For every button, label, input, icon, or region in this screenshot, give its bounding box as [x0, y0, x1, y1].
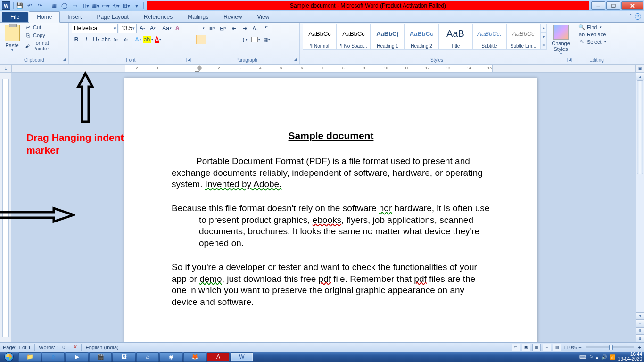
tray-keyboard-icon[interactable]: ⌨ [579, 354, 586, 360]
qat-shapes-icon[interactable]: ◫▾ [80, 1, 90, 10]
file-tab[interactable]: File [2, 12, 28, 22]
replace-button[interactable]: abReplace [577, 31, 616, 38]
tray-volume-icon[interactable]: 🔊 [601, 354, 607, 360]
scroll-thumb[interactable] [637, 80, 643, 174]
grow-font-button[interactable]: A▴ [138, 24, 147, 33]
bold-button[interactable]: B [72, 35, 81, 44]
qat-rotate-icon[interactable]: ⟲▾ [111, 1, 121, 10]
task-app2[interactable]: 🖼 [113, 352, 135, 362]
qat-grid-icon[interactable]: ▦ [49, 1, 58, 10]
status-language[interactable]: English (India) [85, 345, 118, 350]
task-app1[interactable]: 🎬 [89, 352, 112, 362]
task-chrome[interactable]: ◉ [160, 352, 182, 362]
next-page-button[interactable]: ⇊ [636, 335, 644, 342]
font-dialog-launcher[interactable]: ◢ [186, 58, 191, 62]
hanging-indent-marker[interactable] [197, 65, 202, 72]
outline-view[interactable]: ≡ [543, 344, 551, 351]
document-page[interactable]: Sample document Portable Document Format… [124, 78, 537, 342]
help-icon[interactable]: ? [635, 13, 641, 20]
draft-view[interactable]: ▤ [553, 344, 561, 351]
change-case-button[interactable]: Aa [162, 24, 172, 33]
vertical-scrollbar[interactable]: ▴ ▾ ◦ ⇈ ⇊ [636, 73, 644, 342]
bullets-button[interactable]: ≣ [196, 24, 206, 33]
task-media-player[interactable]: ▶ [66, 352, 88, 362]
find-button[interactable]: 🔍Find▾ [577, 24, 616, 31]
ruler-toggle-button[interactable]: ▣ [636, 64, 644, 73]
italic-button[interactable]: I [82, 35, 91, 44]
tray-network-icon[interactable]: 📶 [610, 354, 615, 360]
minimize-button[interactable]: ─ [591, 1, 605, 10]
cut-button[interactable]: ✂Cut [23, 24, 66, 31]
multilevel-list-button[interactable]: ⊟ [218, 24, 228, 33]
full-screen-view[interactable]: ▣ [522, 344, 530, 351]
style-heading2[interactable]: AaBbCcHeading 2 [405, 24, 438, 50]
task-firefox[interactable]: 🦊 [183, 352, 206, 362]
style-heading1[interactable]: AaBbC(Heading 1 [371, 24, 405, 50]
minimize-ribbon-icon[interactable]: ˇ [630, 13, 632, 20]
style-no-spacing[interactable]: AaBbCc¶ No Spaci... [337, 24, 371, 50]
undo-icon[interactable]: ↶ [25, 1, 34, 10]
highlight-button[interactable]: ab [143, 35, 153, 44]
subscript-button[interactable]: x2 [111, 35, 121, 44]
status-page[interactable]: Page: 1 of 1 [3, 345, 31, 350]
shrink-font-button[interactable]: A▾ [148, 24, 157, 33]
scroll-up-button[interactable]: ▴ [636, 73, 644, 80]
paste-button[interactable]: Paste ▾ [3, 24, 21, 52]
qat-more-icon[interactable]: ▾ [132, 1, 141, 10]
underline-button[interactable]: U [91, 35, 101, 44]
zoom-slider[interactable] [586, 346, 634, 348]
styles-dialog-launcher[interactable]: ◢ [567, 58, 572, 62]
select-button[interactable]: ↖Select▾ [577, 38, 616, 45]
close-button[interactable]: ✕ [621, 1, 643, 10]
zoom-level[interactable]: 110% [563, 345, 577, 350]
task-explorer[interactable]: 📁 [18, 352, 41, 362]
style-subtle-em[interactable]: AaBbCcSubtle Em... [506, 24, 540, 50]
styles-more[interactable]: ≡ [540, 41, 547, 50]
tab-mailings[interactable]: Mailings [180, 12, 216, 22]
restore-button[interactable]: ❐ [606, 1, 620, 10]
qat-layout-icon[interactable]: ▭▾ [101, 1, 110, 10]
task-hp[interactable]: ⌂ [136, 352, 159, 362]
horizontal-ruler[interactable]: ·2·1· ·1·2·3 ·4·5·6 ·7·8·9 ·10·11·12 ·13… [11, 64, 636, 73]
browse-object-button[interactable]: ◦ [636, 320, 644, 327]
change-styles-button[interactable]: Change Styles ▾ [551, 24, 571, 56]
align-center-button[interactable]: ≡ [207, 35, 217, 44]
tab-references[interactable]: References [136, 12, 180, 22]
tray-action-icon[interactable]: ⚐ [589, 354, 593, 360]
sort-button[interactable]: A↓ [250, 24, 261, 33]
shading-button[interactable] [250, 35, 261, 44]
status-words[interactable]: Words: 110 [39, 345, 65, 350]
zoom-in-button[interactable]: + [638, 345, 641, 350]
show-marks-button[interactable]: ¶ [261, 24, 272, 33]
strikethrough-button[interactable]: abc [101, 35, 111, 44]
copy-button[interactable]: ⎘Copy [23, 32, 66, 39]
task-ie[interactable]: e [42, 352, 65, 362]
qat-circle-icon[interactable]: ◯ [59, 1, 69, 10]
style-subtitle[interactable]: AaBbCc.Subtitle [472, 24, 506, 50]
format-painter-button[interactable]: 🖌Format Painter [23, 40, 66, 52]
start-button[interactable] [0, 352, 18, 362]
web-layout-view[interactable]: ▦ [532, 344, 541, 351]
prev-page-button[interactable]: ⇈ [636, 327, 644, 335]
style-normal[interactable]: AaBbCc¶ Normal [303, 24, 337, 50]
superscript-button[interactable]: x2 [121, 35, 131, 44]
tab-selector[interactable]: L [0, 64, 11, 73]
task-adobe[interactable]: A [207, 352, 230, 362]
tab-view[interactable]: View [250, 12, 277, 22]
align-left-button[interactable]: ≡ [196, 35, 206, 44]
styles-scroll-up[interactable]: ▴ [540, 24, 547, 33]
font-color-button[interactable]: A [153, 35, 163, 44]
proofing-icon[interactable]: ✗ [73, 344, 77, 350]
styles-scroll-down[interactable]: ▾ [540, 33, 547, 41]
tab-insert[interactable]: Insert [60, 12, 89, 22]
numbering-button[interactable]: ≡ [207, 24, 217, 33]
tab-page-layout[interactable]: Page Layout [89, 12, 136, 22]
style-title[interactable]: AaBTitle [438, 24, 472, 50]
text-effects-button[interactable]: A [133, 35, 143, 44]
line-spacing-button[interactable]: ‡ [239, 35, 250, 44]
qat-align-icon[interactable]: ⊞▾ [122, 1, 131, 10]
borders-button[interactable]: ▦ [261, 35, 272, 44]
tab-review[interactable]: Review [216, 12, 249, 22]
clipboard-dialog-launcher[interactable]: ◢ [62, 58, 66, 62]
zoom-out-button[interactable]: − [578, 345, 581, 350]
